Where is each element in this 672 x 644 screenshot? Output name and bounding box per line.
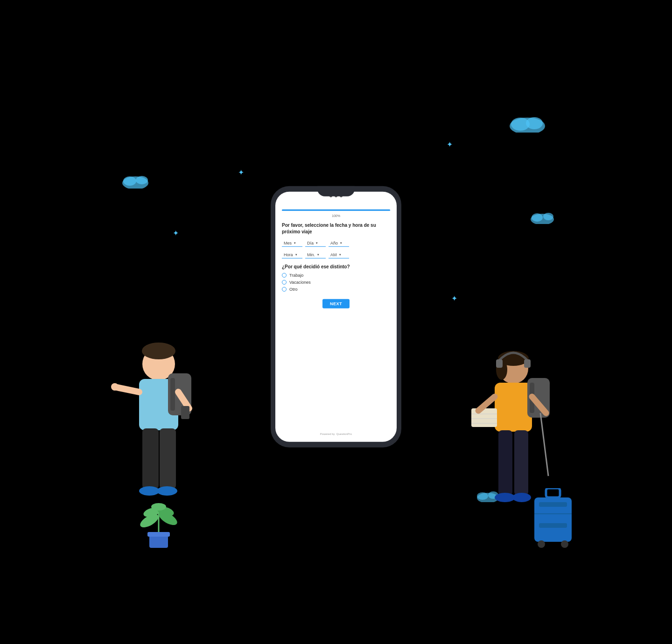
radio-vacaciones[interactable] [282, 280, 287, 285]
svg-point-5 [136, 176, 148, 184]
min-label: Min. [307, 252, 315, 257]
svg-point-30 [139, 486, 160, 496]
dia-arrow: ▾ [316, 241, 318, 245]
svg-rect-36 [496, 359, 503, 368]
svg-point-4 [123, 176, 136, 186]
option-trabajo-label: Trabajo [289, 273, 303, 278]
question1-title: Por favor, seleccione la fecha y hora de… [282, 222, 390, 235]
hora-dropdown[interactable]: Hora ▾ [282, 252, 302, 259]
option-trabajo[interactable]: Trabajo [282, 273, 390, 278]
progress-bar [282, 210, 390, 211]
cloud-right-mid [530, 210, 555, 226]
sparkle-4: ✦ [447, 140, 453, 149]
svg-rect-37 [524, 359, 531, 368]
ampm-dropdown[interactable]: AM ▾ [329, 252, 349, 259]
traveler-male [107, 327, 210, 541]
cloud-top-right [509, 112, 546, 134]
svg-rect-24 [170, 378, 175, 411]
sparkle-1: ✦ [238, 168, 244, 177]
option-otro-label: Otro [289, 287, 298, 292]
powered-by-text: Powered by [320, 433, 335, 435]
next-button[interactable]: NEXT [322, 299, 350, 308]
ano-arrow: ▾ [340, 241, 342, 245]
svg-line-25 [117, 387, 139, 392]
brand-name: QuestionPro [336, 433, 352, 435]
svg-rect-47 [498, 430, 512, 496]
question2-title: ¿Por qué decidió ese distinto? [282, 264, 390, 269]
cloud-top-left [121, 173, 149, 190]
option-vacaciones[interactable]: Vacaciones [282, 280, 390, 285]
option-otro[interactable]: Otro [282, 287, 390, 292]
ampm-label: AM [330, 252, 337, 257]
hora-label: Hora [284, 252, 293, 257]
svg-point-8 [543, 213, 553, 220]
svg-point-56 [538, 540, 545, 548]
option-vacaciones-label: Vacaciones [289, 280, 311, 285]
svg-line-51 [540, 413, 548, 476]
svg-point-7 [532, 213, 543, 222]
ano-label: Año [330, 241, 338, 245]
dia-dropdown[interactable]: Día ▾ [305, 240, 326, 247]
radio-trabajo[interactable] [282, 273, 287, 278]
phone-screen: 100% Por favor, seleccione la fecha y ho… [275, 192, 397, 442]
svg-point-2 [526, 117, 543, 129]
mes-label: Mes [284, 241, 292, 245]
mes-arrow: ▾ [294, 241, 296, 245]
min-arrow: ▾ [317, 253, 319, 257]
svg-point-50 [512, 493, 531, 502]
svg-point-26 [111, 383, 119, 391]
sparkle-2: ✦ [173, 229, 179, 238]
min-dropdown[interactable]: Min. ▾ [305, 252, 326, 259]
phone: 100% Por favor, seleccione la fecha y ho… [271, 186, 401, 448]
mes-dropdown[interactable]: Mes ▾ [282, 240, 302, 247]
svg-rect-41 [471, 408, 497, 427]
survey-content: 100% Por favor, seleccione la fecha y ho… [275, 202, 397, 442]
progress-label: 100% [282, 214, 390, 217]
svg-point-21 [142, 343, 175, 359]
date-dropdowns: Mes ▾ Día ▾ Año ▾ [282, 240, 390, 247]
traveler-female [467, 336, 579, 541]
svg-rect-32 [181, 406, 189, 419]
radio-otro[interactable] [282, 287, 287, 292]
powered-by: Powered by QuestionPro [282, 433, 390, 437]
progress-bar-fill [282, 210, 390, 211]
ano-dropdown[interactable]: Año ▾ [329, 240, 349, 247]
radio-group: Trabajo Vacaciones Otro [282, 273, 390, 292]
sparkle-3: ✦ [451, 294, 457, 303]
hora-arrow: ▾ [295, 253, 297, 257]
svg-rect-38 [495, 383, 532, 432]
svg-point-49 [495, 493, 515, 502]
dia-label: Día [307, 241, 314, 245]
phone-notch [317, 186, 355, 196]
ampm-arrow: ▾ [339, 253, 341, 257]
svg-rect-28 [142, 428, 159, 489]
time-dropdowns: Hora ▾ Min. ▾ AM ▾ [282, 252, 390, 259]
svg-rect-29 [160, 428, 176, 489]
scene: ✦ ✦ ✦ ✦ ✦ [79, 65, 593, 579]
svg-rect-48 [514, 430, 528, 496]
svg-point-57 [561, 540, 568, 548]
svg-point-31 [157, 486, 177, 496]
